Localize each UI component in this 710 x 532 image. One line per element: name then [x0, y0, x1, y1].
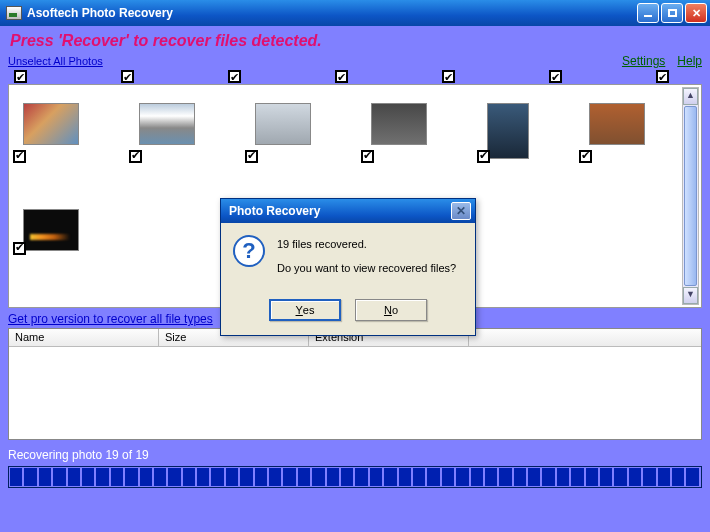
checkbox[interactable] — [549, 70, 562, 83]
checkbox[interactable] — [121, 70, 134, 83]
app-icon — [6, 6, 22, 20]
recovery-dialog: Photo Recovery ✕ ? 19 files recovered. D… — [220, 198, 476, 336]
dialog-line2: Do you want to view recovered files? — [277, 259, 456, 277]
top-checkbox-row — [8, 70, 702, 83]
progress-bar — [8, 466, 702, 488]
checkbox[interactable] — [656, 70, 669, 83]
photo-thumbnail[interactable] — [139, 103, 195, 159]
scroll-down-arrow[interactable]: ▼ — [683, 287, 698, 304]
dialog-close-button[interactable]: ✕ — [451, 202, 471, 220]
question-icon: ? — [233, 235, 265, 267]
checkbox[interactable] — [477, 150, 490, 163]
photo-thumbnail[interactable] — [589, 103, 645, 159]
link-bar: Unselect All Photos Settings Help — [8, 54, 702, 68]
dialog-title: Photo Recovery — [229, 204, 320, 218]
checkbox[interactable] — [228, 70, 241, 83]
dialog-body: ? 19 files recovered. Do you want to vie… — [221, 223, 475, 335]
checkbox[interactable] — [245, 150, 258, 163]
checkbox[interactable] — [442, 70, 455, 83]
checkbox[interactable] — [335, 70, 348, 83]
scroll-up-arrow[interactable]: ▲ — [683, 88, 698, 105]
checkbox[interactable] — [13, 242, 26, 255]
column-name[interactable]: Name — [9, 329, 159, 346]
settings-link[interactable]: Settings — [622, 54, 665, 68]
scrollbar-thumb[interactable] — [684, 106, 697, 286]
help-link[interactable]: Help — [677, 54, 702, 68]
window-titlebar: Asoftech Photo Recovery — [0, 0, 710, 26]
photo-thumbnail[interactable] — [255, 103, 311, 159]
dialog-message: 19 files recovered. Do you want to view … — [277, 235, 456, 283]
photo-thumbnail[interactable] — [371, 103, 427, 159]
dialog-line1: 19 files recovered. — [277, 235, 456, 253]
no-button[interactable]: No — [355, 299, 427, 321]
dialog-titlebar: Photo Recovery ✕ — [221, 199, 475, 223]
yes-button[interactable]: Yes — [269, 299, 341, 321]
photo-thumbnail[interactable] — [23, 103, 79, 159]
checkbox[interactable] — [579, 150, 592, 163]
thumbnail-row — [23, 103, 683, 159]
photo-thumbnail[interactable] — [23, 209, 79, 251]
window-controls — [637, 3, 707, 23]
checkbox[interactable] — [14, 70, 27, 83]
instruction-text: Press 'Recover' to recover files detecte… — [10, 32, 702, 50]
maximize-button[interactable] — [661, 3, 683, 23]
photo-thumbnail[interactable] — [487, 103, 529, 159]
window-title: Asoftech Photo Recovery — [27, 6, 173, 20]
file-table: Name Size Extension — [8, 328, 702, 440]
checkbox[interactable] — [13, 150, 26, 163]
close-button[interactable] — [685, 3, 707, 23]
gallery-scrollbar[interactable]: ▲ ▼ — [682, 87, 699, 305]
minimize-button[interactable] — [637, 3, 659, 23]
column-blank — [469, 329, 701, 346]
status-text: Recovering photo 19 of 19 — [8, 446, 702, 464]
checkbox[interactable] — [129, 150, 142, 163]
unselect-all-link[interactable]: Unselect All Photos — [8, 55, 103, 67]
checkbox[interactable] — [361, 150, 374, 163]
